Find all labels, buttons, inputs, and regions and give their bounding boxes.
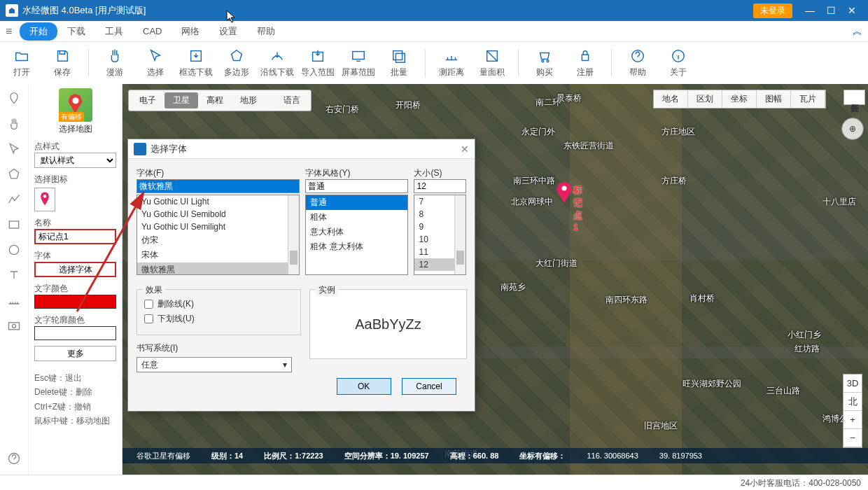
font-style-input[interactable]	[305, 179, 408, 193]
tool-import-range[interactable]: 导入范围	[300, 48, 335, 78]
layer-placename[interactable]: 地名	[654, 90, 688, 108]
tool-pan[interactable]: 漫游	[97, 48, 132, 78]
compass-icon[interactable]: ⊕	[841, 118, 864, 140]
font-size-input[interactable]	[414, 179, 466, 193]
layer-switcher: 地名 区划 坐标 图幅 瓦片	[653, 90, 826, 108]
layer-tile[interactable]: 瓦片	[791, 90, 825, 108]
zoom-in-button[interactable]: +	[844, 411, 862, 429]
map-label: 景泰桥	[556, 92, 582, 104]
hamburger-icon[interactable]: ≡	[6, 25, 20, 38]
svg-rect-8	[582, 55, 588, 60]
map-label: 方庄桥	[662, 175, 687, 187]
hand-tool-icon[interactable]	[6, 116, 22, 132]
tool-open[interactable]: 打开	[4, 48, 39, 78]
font-size-list[interactable]: 7 8 9 10 11 12	[414, 195, 466, 275]
script-dropdown[interactable]: 任意▾	[136, 357, 292, 372]
maptype-satellite[interactable]: 卫星	[164, 92, 198, 108]
tool-distance[interactable]: 测距离	[434, 48, 469, 78]
map-statusbar: 谷歌卫星有偏移 级别：14 比例尺：1:72223 空间分辨率：19. 1092…	[122, 448, 868, 463]
menu-help[interactable]: 帮助	[247, 22, 285, 41]
maptype-elevation[interactable]: 高程	[198, 92, 232, 108]
circle-tool-icon[interactable]	[6, 242, 22, 258]
screenshot-tool-icon[interactable]	[6, 318, 22, 333]
script-label: 书写系统(I)	[136, 343, 178, 353]
view-north-button[interactable]: 北	[844, 393, 862, 411]
task-list-button[interactable]: 任务列表	[844, 90, 865, 105]
maptype-language[interactable]: 语言	[275, 92, 309, 108]
menu-tools[interactable]: 工具	[95, 22, 133, 41]
tool-help[interactable]: 帮助	[620, 48, 655, 78]
scrollbar[interactable]	[454, 195, 465, 274]
tool-area[interactable]: 量面积	[475, 48, 510, 78]
map-label: 方庄地区	[662, 126, 695, 138]
menu-download[interactable]: 下载	[57, 22, 95, 41]
map-provider-selector[interactable]: 有偏移 选择地图	[34, 88, 116, 135]
zoom-controls: 3D 北 + −	[843, 374, 862, 448]
tool-save[interactable]: 保存	[45, 48, 80, 78]
font-family-input[interactable]	[136, 179, 300, 193]
menu-network[interactable]: 网络	[172, 22, 209, 41]
svg-rect-2	[353, 51, 365, 59]
help-icon[interactable]	[7, 451, 21, 468]
text-color-label: 文字颜色	[34, 283, 116, 295]
underline-checkbox[interactable]: 下划线(U)	[144, 313, 293, 325]
dialog-logo-icon	[134, 143, 146, 155]
maximize-button[interactable]: ☐	[820, 5, 841, 16]
rect-tool-icon[interactable]	[6, 217, 22, 232]
more-button[interactable]: 更多	[34, 346, 116, 361]
scrollbar[interactable]	[288, 195, 299, 274]
layer-coord[interactable]: 坐标	[722, 90, 757, 108]
tool-buy[interactable]: 购买	[527, 48, 562, 78]
dialog-close-button[interactable]: ✕	[461, 144, 469, 155]
font-label: 字体	[34, 250, 116, 262]
name-input[interactable]	[34, 229, 116, 244]
cancel-button[interactable]: Cancel	[402, 378, 456, 395]
layer-district[interactable]: 区划	[688, 90, 722, 108]
login-button[interactable]: 未登录	[753, 4, 792, 18]
text-tool-icon[interactable]	[6, 267, 22, 283]
font-style-list[interactable]: 普通 粗体 意大利体 粗体 意大利体	[305, 195, 408, 275]
tool-batch[interactable]: 批量	[382, 48, 416, 78]
tool-select[interactable]: 选择	[138, 48, 173, 78]
strikeout-checkbox[interactable]: 删除线(K)	[144, 298, 293, 310]
outline-color-label: 文字轮廓颜色	[34, 314, 116, 326]
map-label: 永定门外	[522, 126, 555, 138]
close-button[interactable]: ✕	[841, 5, 862, 16]
layer-sheet[interactable]: 图幅	[757, 90, 791, 108]
dialog-title: 选择字体	[150, 143, 461, 155]
tool-polygon[interactable]: 多边形	[219, 48, 254, 78]
view-3d-button[interactable]: 3D	[844, 374, 862, 393]
polygon-tool-icon[interactable]	[6, 167, 22, 182]
dialog-titlebar[interactable]: 选择字体 ✕	[128, 139, 475, 159]
icon-picker[interactable]	[34, 188, 55, 211]
zoom-out-button[interactable]: −	[844, 429, 862, 447]
map-marker[interactable]: 标记点1	[556, 182, 572, 203]
ribbon-toolbar: 打开 保存 漫游 选择 框选下载 多边形 沿线下载 导入范围 屏幕范围 批量 测…	[0, 42, 868, 84]
font-family-list[interactable]: Yu Gothic UI Light Yu Gothic UI Semibold…	[136, 195, 300, 275]
line-tool-icon[interactable]	[6, 192, 22, 207]
ok-button[interactable]: OK	[337, 378, 391, 395]
tool-about[interactable]: 关于	[661, 48, 696, 78]
collapse-ribbon-icon[interactable]: ︽	[853, 25, 862, 38]
arrow-tool-icon[interactable]	[6, 141, 22, 157]
map-label: 旧宫地区	[644, 420, 678, 432]
menu-start[interactable]: 开始	[20, 22, 57, 41]
tool-line-download[interactable]: 沿线下载	[260, 48, 295, 78]
tool-screen-range[interactable]: 屏幕范围	[341, 48, 376, 78]
select-font-button[interactable]: 选择字体	[34, 262, 116, 277]
point-style-select[interactable]: 默认样式	[34, 153, 116, 168]
text-color-picker[interactable]	[34, 295, 116, 309]
map-label: 北京网球中	[511, 196, 553, 208]
maptype-terrain[interactable]: 地形	[232, 92, 265, 108]
tool-box-download[interactable]: 框选下载	[178, 48, 214, 78]
ruler-tool-icon[interactable]	[6, 293, 22, 308]
cursor-icon	[226, 10, 237, 24]
minimize-button[interactable]: —	[799, 5, 820, 16]
tool-register[interactable]: 注册	[568, 48, 603, 78]
svg-point-15	[43, 195, 47, 198]
outline-color-picker[interactable]	[34, 326, 116, 340]
maptype-electronic[interactable]: 电子	[131, 92, 164, 108]
marker-tool-icon[interactable]	[6, 91, 22, 106]
menu-settings[interactable]: 设置	[209, 22, 247, 41]
menu-cad[interactable]: CAD	[133, 23, 172, 39]
